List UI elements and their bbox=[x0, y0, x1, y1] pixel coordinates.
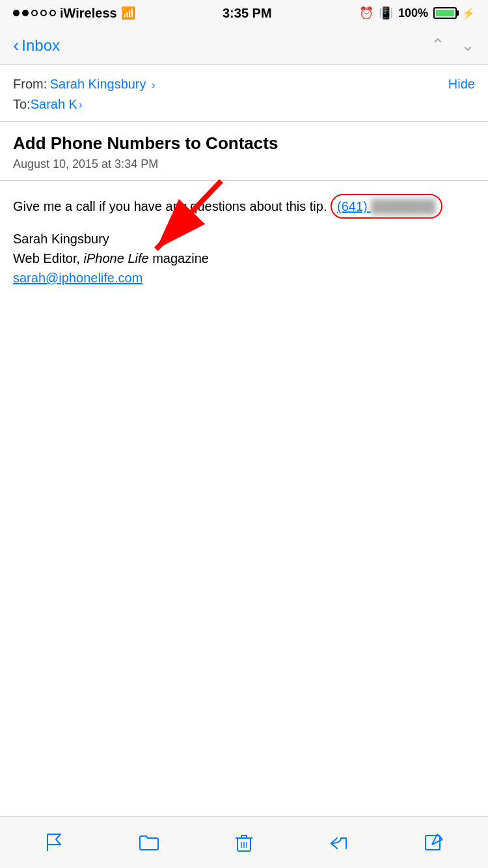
signal-dot-4 bbox=[40, 10, 47, 16]
carrier-name: iWireless bbox=[60, 6, 117, 21]
sig-title-italic: iPhone Life bbox=[84, 251, 149, 265]
email-subject-section: Add Phone Numbers to Contacts August 10,… bbox=[0, 122, 488, 181]
email-header: From: Sarah Kingsbury › Hide To: Sarah K… bbox=[0, 65, 488, 122]
charging-icon: ⚡ bbox=[462, 7, 475, 20]
phone-number-link[interactable]: (641) ███████ bbox=[331, 194, 442, 219]
from-name[interactable]: Sarah Kingsbury bbox=[50, 77, 146, 91]
battery-icon bbox=[433, 7, 457, 19]
signal-dot-5 bbox=[49, 10, 56, 16]
trash-icon bbox=[233, 832, 255, 854]
folder-button[interactable] bbox=[129, 823, 169, 862]
next-message-button[interactable]: ⌄ bbox=[461, 35, 475, 55]
sig-email-link[interactable]: sarah@iphonelife.com bbox=[13, 268, 475, 288]
bluetooth-icon: 📳 bbox=[379, 6, 393, 20]
trash-button[interactable] bbox=[224, 823, 264, 862]
wifi-icon: 📶 bbox=[121, 6, 135, 20]
sig-title-text2: magazine bbox=[149, 251, 209, 265]
compose-button[interactable] bbox=[414, 823, 454, 862]
nav-bar: ‹ Inbox ⌃ ⌄ bbox=[0, 26, 488, 65]
signal-dots bbox=[13, 10, 56, 16]
reply-icon bbox=[328, 832, 350, 854]
signal-dot-1 bbox=[13, 10, 20, 16]
hide-button[interactable]: Hide bbox=[448, 77, 475, 92]
sig-name: Sarah Kingsbury bbox=[13, 229, 475, 249]
back-button[interactable]: ‹ Inbox bbox=[13, 36, 60, 55]
signal-dot-3 bbox=[31, 10, 38, 16]
bottom-toolbar bbox=[0, 816, 488, 868]
to-chevron-icon: › bbox=[79, 99, 82, 111]
reply-button[interactable] bbox=[319, 823, 359, 862]
status-time: 3:35 PM bbox=[223, 6, 272, 21]
email-date: August 10, 2015 at 3:34 PM bbox=[13, 157, 475, 171]
status-left: iWireless 📶 bbox=[13, 6, 135, 21]
back-label: Inbox bbox=[21, 36, 60, 55]
from-field: From: Sarah Kingsbury › bbox=[13, 77, 155, 92]
status-bar: iWireless 📶 3:35 PM ⏰ 📳 100% ⚡ bbox=[0, 0, 488, 26]
battery-percent: 100% bbox=[398, 7, 428, 20]
signal-dot-2 bbox=[22, 10, 29, 16]
nav-arrows: ⌃ ⌄ bbox=[431, 35, 475, 55]
email-signature: Sarah Kingsbury Web Editor, iPhone Life … bbox=[13, 229, 475, 288]
to-label: To: bbox=[13, 97, 31, 112]
sig-title: Web Editor, iPhone Life magazine bbox=[13, 249, 475, 268]
clock-icon: ⏰ bbox=[359, 6, 373, 20]
body-text: Give me a call if you have any questions… bbox=[13, 194, 475, 219]
prev-message-button[interactable]: ⌃ bbox=[431, 35, 445, 55]
from-row: From: Sarah Kingsbury › Hide bbox=[13, 77, 475, 92]
compose-icon bbox=[423, 832, 445, 854]
to-name[interactable]: Sarah K bbox=[31, 97, 77, 112]
status-right: ⏰ 📳 100% ⚡ bbox=[359, 6, 475, 20]
from-chevron-icon: › bbox=[152, 79, 155, 90]
email-body: Give me a call if you have any questions… bbox=[0, 181, 488, 301]
from-label: From: bbox=[13, 77, 47, 91]
email-subject: Add Phone Numbers to Contacts bbox=[13, 133, 475, 154]
to-row: To: Sarah K › bbox=[13, 97, 475, 112]
battery-fill bbox=[436, 10, 454, 16]
back-chevron-icon: ‹ bbox=[13, 36, 19, 55]
sig-title-text1: Web Editor, bbox=[13, 251, 84, 265]
flag-button[interactable] bbox=[34, 823, 74, 862]
body-text-content: Give me a call if you have any questions… bbox=[13, 199, 331, 213]
folder-icon bbox=[138, 832, 160, 854]
flag-icon bbox=[43, 832, 65, 854]
